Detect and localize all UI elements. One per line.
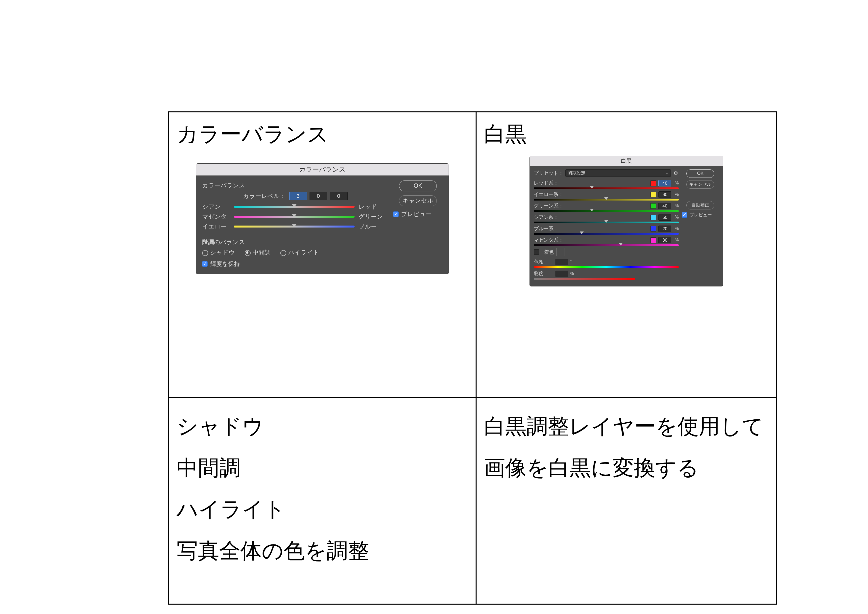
slider-thumb[interactable] — [590, 209, 594, 211]
color-level-input-2[interactable]: 0 — [310, 192, 327, 200]
radio-midtones-label: 中間調 — [253, 249, 270, 256]
radio-highlights-group[interactable]: ハイライト — [281, 249, 319, 256]
cell-black-white-desc: 白黒調整レイヤーを使用して画像を白黒に変換する — [476, 398, 777, 604]
preserve-luminosity-row[interactable]: 輝度を保持 — [202, 260, 388, 268]
slider-thumb[interactable] — [292, 224, 297, 227]
bw-channel-row: グリーン系：40% — [534, 202, 679, 209]
color-level-input-1[interactable]: 3 — [289, 192, 307, 200]
radio-shadows-group[interactable]: シャドウ — [202, 249, 235, 256]
bw-channel-row: マゼンタ系：80% — [534, 237, 679, 243]
slider-thumb[interactable] — [292, 214, 297, 218]
preset-select[interactable]: 初期設定 ⌄ — [566, 169, 671, 177]
bw-channel-value-input[interactable]: 80 — [659, 237, 671, 243]
color-swatch-icon — [651, 203, 656, 209]
tint-row[interactable]: 着色 — [534, 248, 679, 256]
bw-channel-slider[interactable] — [534, 199, 679, 201]
label-green: グリーン — [356, 213, 388, 221]
percent-sign: % — [671, 226, 679, 231]
black-white-dialog: 白黒 プリセット： 初期設定 ⌄ ⚙︎ レッド系：40%イエロー系：60%グリー… — [530, 156, 723, 286]
slider-magenta-green[interactable] — [234, 216, 355, 218]
hue-label: 色相 — [534, 258, 553, 265]
percent-sign: % — [570, 271, 574, 276]
bw-channel-value-input[interactable]: 20 — [659, 225, 671, 232]
chevron-down-icon: ⌄ — [666, 169, 668, 177]
cell-black-white: 白黒 白黒 プリセット： 初期設定 ⌄ ⚙︎ レッド系：40%イエロ — [476, 112, 777, 398]
bw-channel-value-input[interactable]: 40 — [659, 180, 671, 187]
preset-value: 初期設定 — [567, 169, 586, 177]
section-label-color-balance: カラーバランス — [202, 182, 388, 190]
color-levels-label: カラーレベル： — [243, 192, 286, 200]
degree-sign: ° — [570, 259, 572, 264]
layout-grid: カラーバランス カラーバランス カラーバランス カラーレベル： 3 0 0 シア… — [168, 111, 777, 605]
saturation-label: 彩度 — [534, 270, 553, 277]
color-level-input-3[interactable]: 0 — [330, 192, 348, 200]
bw-channel-row: レッド系：40% — [534, 180, 679, 187]
bw-channel-slider[interactable] — [534, 233, 679, 235]
bw-channel-slider[interactable] — [534, 244, 679, 246]
slider-yellow-blue[interactable] — [234, 225, 355, 227]
divider — [202, 235, 388, 235]
cell-color-balance: カラーバランス カラーバランス カラーバランス カラーレベル： 3 0 0 シア… — [169, 112, 476, 398]
preview-row[interactable]: プレビュー — [393, 210, 443, 218]
preset-label: プリセット： — [534, 170, 563, 177]
radio-icon — [245, 250, 251, 256]
color-swatch-icon — [651, 180, 656, 186]
slider-thumb[interactable] — [604, 220, 608, 223]
percent-sign: % — [671, 215, 679, 220]
cancel-button[interactable]: キャンセル — [687, 180, 714, 189]
bw-channel-row: シアン系：60% — [534, 214, 679, 221]
bw-channel-value-input[interactable]: 60 — [659, 214, 671, 221]
ok-button[interactable]: OK — [687, 169, 714, 178]
bw-channel-slider[interactable] — [534, 187, 679, 189]
color-levels-row: カラーレベル： 3 0 0 — [202, 192, 388, 200]
tint-color-swatch[interactable] — [556, 248, 564, 256]
cell-title-color-balance: カラーバランス — [177, 120, 468, 149]
cancel-button[interactable]: キャンセル — [399, 195, 437, 206]
ok-button[interactable]: OK — [399, 180, 437, 191]
desc-text-black-white: 白黒調整レイヤーを使用して画像を白黒に変換する — [484, 406, 769, 488]
label-magenta: マゼンタ — [202, 213, 232, 221]
dialog-title: 白黒 — [530, 156, 723, 166]
bw-channel-value-input[interactable]: 40 — [659, 203, 671, 209]
color-swatch-icon — [651, 238, 656, 243]
desc-text-color-balance: シャドウ中間調ハイライト写真全体の色を調整 — [177, 406, 468, 572]
radio-midtones-group[interactable]: 中間調 — [245, 249, 270, 256]
section-label-tone-balance: 階調のバランス — [202, 238, 388, 246]
label-blue: ブルー — [356, 222, 388, 230]
checkbox-icon — [202, 261, 208, 267]
label-cyan: シアン — [202, 203, 232, 211]
bw-channel-slider[interactable] — [534, 210, 679, 212]
slider-thumb[interactable] — [604, 197, 608, 200]
preview-label: プレビュー — [690, 212, 712, 218]
bw-channel-label: イエロー系： — [534, 191, 566, 198]
auto-button[interactable]: 自動補正 — [687, 201, 714, 210]
checkbox-icon — [534, 249, 539, 255]
bw-channel-value-input[interactable]: 60 — [659, 191, 671, 198]
cell-color-balance-desc: シャドウ中間調ハイライト写真全体の色を調整 — [169, 398, 476, 604]
percent-sign: % — [671, 203, 679, 208]
bw-channel-label: ブルー系： — [534, 225, 566, 232]
gear-icon[interactable]: ⚙︎ — [673, 170, 679, 176]
saturation-value-input[interactable] — [555, 270, 568, 277]
hue-slider[interactable] — [534, 266, 679, 268]
checkbox-icon — [393, 211, 398, 217]
color-swatch-icon — [651, 226, 656, 232]
bw-channel-row: ブルー系：20% — [534, 225, 679, 232]
preserve-luminosity-label: 輝度を保持 — [210, 260, 240, 268]
saturation-slider[interactable] — [534, 278, 635, 280]
bw-channel-slider[interactable] — [534, 222, 679, 223]
slider-thumb[interactable] — [292, 204, 297, 207]
color-balance-dialog: カラーバランス カラーバランス カラーレベル： 3 0 0 シアン — [196, 164, 449, 274]
preview-row[interactable]: プレビュー — [682, 212, 719, 218]
label-red: レッド — [356, 203, 388, 211]
hue-value-input[interactable] — [555, 259, 568, 265]
radio-shadows-label: シャドウ — [210, 249, 235, 256]
slider-thumb[interactable] — [619, 243, 623, 246]
slider-thumb[interactable] — [580, 232, 584, 234]
slider-cyan-red[interactable] — [234, 206, 355, 208]
bw-channel-label: レッド系： — [534, 180, 566, 187]
color-swatch-icon — [651, 192, 656, 197]
bw-channel-label: シアン系： — [534, 214, 566, 221]
radio-icon — [281, 250, 286, 256]
slider-thumb[interactable] — [590, 186, 594, 189]
